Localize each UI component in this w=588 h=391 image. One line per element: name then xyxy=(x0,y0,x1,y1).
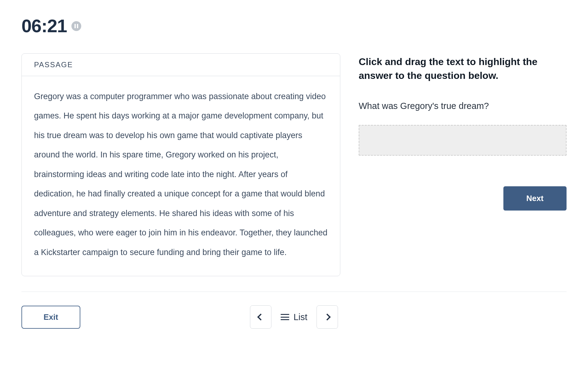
pause-button[interactable] xyxy=(71,21,81,31)
question-list-button[interactable]: List xyxy=(279,309,309,325)
instruction-text: Click and drag the text to highlight the… xyxy=(359,55,567,83)
main-content-row: PASSAGE Gregory was a computer programme… xyxy=(21,53,567,276)
question-text: What was Gregory's true dream? xyxy=(359,101,567,111)
chevron-right-icon xyxy=(324,314,331,321)
prev-question-button[interactable] xyxy=(250,305,271,329)
answer-dropzone[interactable] xyxy=(359,125,567,156)
question-column: Click and drag the text to highlight the… xyxy=(359,53,567,211)
timer-display: 06:21 xyxy=(21,15,67,37)
footer-nav: List xyxy=(250,305,338,329)
passage-card: PASSAGE Gregory was a computer programme… xyxy=(21,53,340,276)
pause-icon xyxy=(74,24,78,28)
next-button-row: Next xyxy=(359,186,567,211)
passage-text[interactable]: Gregory was a computer programmer who wa… xyxy=(34,87,328,262)
timer-row: 06:21 xyxy=(21,15,567,37)
next-question-button[interactable] xyxy=(317,305,338,329)
passage-header-label: PASSAGE xyxy=(22,54,340,76)
list-icon xyxy=(281,314,289,320)
list-button-label: List xyxy=(293,312,307,322)
footer-row: Exit List xyxy=(21,306,567,329)
passage-body: Gregory was a computer programmer who wa… xyxy=(22,76,340,276)
next-button[interactable]: Next xyxy=(503,186,567,211)
chevron-left-icon xyxy=(257,314,264,321)
footer-divider xyxy=(21,292,567,292)
exit-button[interactable]: Exit xyxy=(21,306,80,329)
